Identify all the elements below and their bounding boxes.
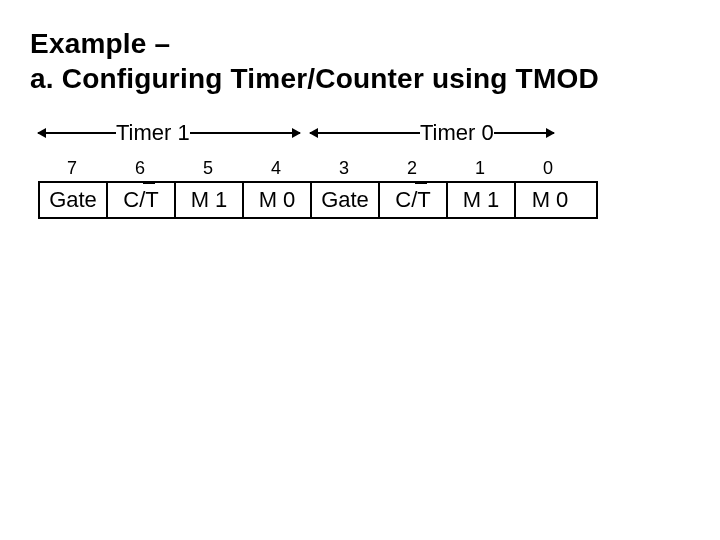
- cell-m1-1: M 1: [176, 183, 244, 217]
- cell-m0-1: M 0: [244, 183, 312, 217]
- bit-3: 3: [310, 158, 378, 181]
- bit-0: 0: [514, 158, 582, 181]
- timer0-span: Timer 0: [310, 120, 582, 146]
- overbar-icon: [143, 182, 155, 184]
- bit-6: 6: [106, 158, 174, 181]
- overbar-icon: [415, 182, 427, 184]
- bit-4: 4: [242, 158, 310, 181]
- bit-1: 1: [446, 158, 514, 181]
- arrow-right-icon: [190, 132, 300, 134]
- cell-ct-0: C/T: [380, 183, 448, 217]
- bit-2: 2: [378, 158, 446, 181]
- cell-m0-0: M 0: [516, 183, 584, 217]
- cell-m1-0: M 1: [448, 183, 516, 217]
- bit-5: 5: [174, 158, 242, 181]
- arrow-left-icon: [38, 132, 116, 134]
- arrow-left-icon: [310, 132, 420, 134]
- title-line-1: Example –: [30, 26, 694, 61]
- tmod-diagram: Timer 1 Timer 0 7 6 5 4 3 2 1 0 Gate C/T: [38, 120, 598, 219]
- timer1-span: Timer 1: [38, 120, 310, 146]
- title-line-2: a. Configuring Timer/Counter using TMOD: [30, 61, 694, 96]
- cell-gate-0: Gate: [312, 183, 380, 217]
- bit-7: 7: [38, 158, 106, 181]
- cell-gate-1: Gate: [40, 183, 108, 217]
- span-labels-row: Timer 1 Timer 0: [38, 120, 598, 148]
- timer0-label: Timer 0: [420, 120, 494, 146]
- arrow-right-icon: [494, 132, 554, 134]
- bit-index-row: 7 6 5 4 3 2 1 0: [38, 158, 598, 181]
- cell-ct-1: C/T: [108, 183, 176, 217]
- register-cells: Gate C/T M 1 M 0 Gate C/T M 1 M 0: [38, 181, 598, 219]
- timer1-label: Timer 1: [116, 120, 190, 146]
